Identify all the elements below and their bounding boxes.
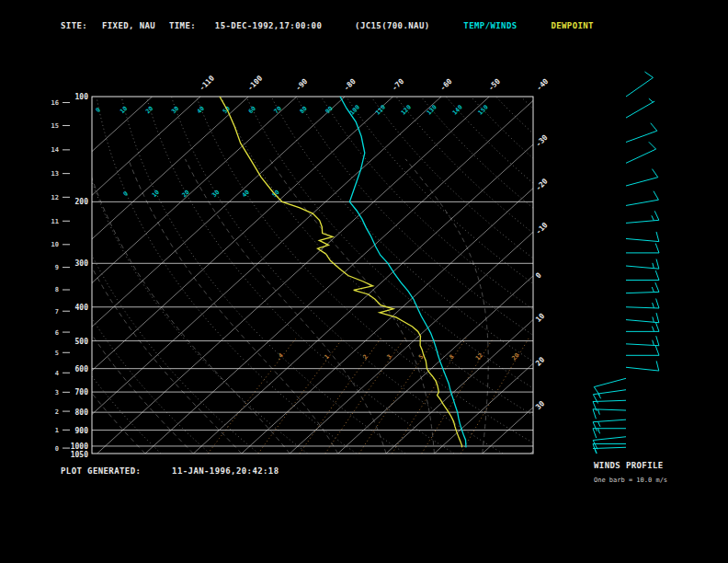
svg-text:0: 0 — [95, 106, 102, 113]
isobar-lines — [92, 201, 533, 446]
svg-text:6: 6 — [55, 329, 59, 337]
svg-text:10: 10 — [534, 312, 546, 324]
svg-text:0: 0 — [534, 270, 543, 280]
svg-text:70: 70 — [273, 105, 283, 115]
svg-text:8: 8 — [448, 353, 455, 361]
svg-text:-100: -100 — [245, 74, 264, 92]
svg-text:700: 700 — [75, 388, 89, 396]
svg-text:10: 10 — [151, 189, 161, 199]
svg-text:0: 0 — [121, 190, 129, 197]
svg-text:900: 900 — [75, 427, 89, 435]
svg-text:15: 15 — [51, 122, 59, 130]
svg-text:12: 12 — [474, 351, 484, 362]
svg-text:400: 400 — [75, 304, 89, 312]
plot-generated: PLOT GENERATED: 11-JAN-1996,20:42:18 — [61, 466, 279, 476]
height-scale: 012345678910111213141516 — [51, 99, 70, 453]
winds-profile-legend: One barb = 10.0 m/s — [594, 477, 667, 484]
svg-text:5: 5 — [55, 350, 59, 357]
svg-text:3: 3 — [55, 389, 59, 396]
svg-text:20: 20 — [144, 105, 154, 115]
svg-text:1: 1 — [323, 353, 330, 361]
svg-text:-70: -70 — [391, 77, 406, 93]
svg-text:4: 4 — [55, 370, 59, 377]
svg-text:-40: -40 — [535, 77, 551, 93]
svg-text:-60: -60 — [438, 77, 454, 93]
svg-text:3: 3 — [385, 353, 392, 361]
svg-text:80: 80 — [299, 105, 309, 115]
svg-text:-90: -90 — [294, 77, 310, 93]
svg-text:12: 12 — [51, 194, 59, 201]
svg-text:.4: .4 — [274, 351, 284, 362]
svg-text:40: 40 — [196, 105, 206, 115]
svg-text:-20: -20 — [534, 177, 550, 192]
svg-text:7: 7 — [55, 308, 59, 316]
svg-text:30: 30 — [210, 189, 221, 199]
svg-text:300: 300 — [75, 259, 89, 268]
wind-barbs — [593, 72, 659, 454]
skewt-app-window: SITE: FIXED, NAU TIME: 15-DEC-1992,17:00… — [0, 0, 728, 563]
svg-text:13: 13 — [51, 170, 59, 178]
svg-text:50: 50 — [270, 189, 280, 199]
svg-text:-10: -10 — [534, 221, 550, 236]
svg-text:2: 2 — [55, 408, 59, 416]
svg-text:-80: -80 — [342, 77, 358, 93]
svg-text:2: 2 — [361, 353, 369, 361]
svg-text:1000: 1000 — [71, 442, 88, 451]
svg-text:60: 60 — [247, 105, 257, 115]
svg-text:150: 150 — [477, 104, 490, 117]
svg-text:600: 600 — [75, 365, 89, 373]
svg-text:130: 130 — [426, 104, 438, 117]
moist-adiabat-lines — [0, 159, 488, 454]
svg-text:0: 0 — [55, 445, 59, 453]
svg-text:100: 100 — [75, 93, 89, 101]
svg-text:30: 30 — [534, 399, 546, 411]
svg-text:800: 800 — [75, 408, 89, 417]
svg-text:14: 14 — [51, 146, 59, 154]
svg-text:110: 110 — [374, 104, 387, 117]
svg-text:90: 90 — [324, 105, 334, 115]
svg-text:10: 10 — [51, 241, 59, 248]
plot-frame — [92, 97, 533, 454]
svg-text:120: 120 — [400, 104, 413, 117]
svg-text:20: 20 — [510, 351, 520, 362]
svg-text:9: 9 — [55, 264, 59, 271]
svg-text:8: 8 — [55, 286, 59, 293]
svg-text:1: 1 — [55, 427, 59, 434]
adiabat-labels: 0102030405060708090100110120130140150010… — [95, 104, 490, 200]
axis-labels: -110-100-90-80-70-60-50-40-30-20-1001020… — [71, 74, 551, 459]
svg-text:1050: 1050 — [71, 451, 88, 459]
svg-text:30: 30 — [170, 105, 180, 115]
svg-text:-30: -30 — [534, 133, 550, 149]
svg-text:20: 20 — [180, 189, 190, 199]
svg-text:500: 500 — [75, 338, 89, 346]
svg-text:11: 11 — [51, 218, 59, 225]
svg-text:-110: -110 — [198, 74, 216, 92]
svg-text:140: 140 — [451, 104, 464, 117]
svg-text:20: 20 — [534, 355, 546, 367]
svg-text:200: 200 — [75, 198, 89, 206]
svg-text:-50: -50 — [486, 77, 502, 93]
plot-generated-value: 11-JAN-1996,20:42:18 — [172, 466, 279, 476]
svg-text:10: 10 — [119, 105, 129, 115]
svg-text:16: 16 — [51, 99, 59, 107]
plot-generated-label: PLOT GENERATED: — [61, 466, 141, 476]
winds-profile-title: WINDS PROFILE — [594, 461, 664, 470]
